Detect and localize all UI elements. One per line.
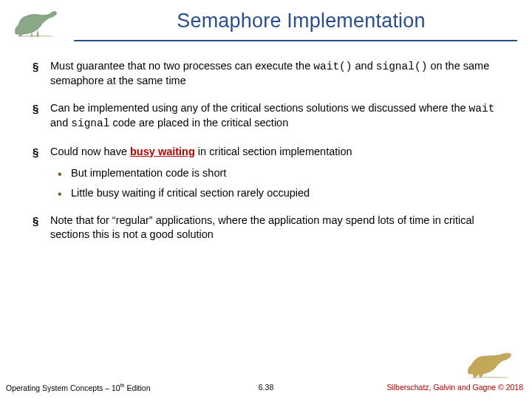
busy-waiting-term: busy waiting (130, 146, 195, 157)
bullet-item-1: Must guarantee that no two processes can… (28, 59, 502, 88)
code-signal: signal (71, 117, 109, 129)
code-wait: wait (469, 103, 495, 115)
footer-copyright: Silberschatz, Galvin and Gagne © 2018 (386, 383, 523, 392)
bullet-list: Must guarantee that no two processes can… (28, 59, 502, 242)
code-wait: wait() (313, 61, 352, 72)
bullet-item-3: Could now have busy waiting in critical … (28, 145, 502, 200)
text: in critical section implementation (195, 146, 352, 157)
code-signal: signal() (376, 61, 428, 72)
text: and (352, 60, 376, 72)
text: Must guarantee that no two processes can… (50, 60, 313, 72)
text: Operating System Concepts – 10 (6, 383, 120, 392)
dinosaur-logo-bottom (464, 349, 516, 380)
slide: Semaphore Implementation Must guarantee … (0, 0, 532, 399)
sub-bullet-2: Little busy waiting if critical section … (50, 186, 502, 200)
slide-body: Must guarantee that no two processes can… (0, 41, 532, 399)
slide-header: Semaphore Implementation (0, 0, 532, 37)
text: and (50, 117, 71, 129)
sub-bullet-1: But implementation code is short (50, 166, 502, 180)
dinosaur-icon (10, 7, 61, 37)
svg-point-0 (16, 35, 55, 38)
dinosaur-logo-top (0, 4, 70, 37)
bullet-item-2: Can be implemented using any of the crit… (28, 101, 502, 131)
dinosaur-icon (464, 349, 516, 378)
footer-page-number: 6.38 (259, 383, 273, 392)
footer-book-title: Operating System Concepts – 10th Edition (6, 383, 151, 392)
text: Can be implemented using any of the crit… (50, 102, 469, 114)
sub-bullet-list: But implementation code is short Little … (50, 166, 502, 200)
bullet-item-4: Note that for “regular” applications, wh… (28, 214, 502, 242)
text: Could now have (50, 146, 130, 157)
slide-title: Semaphore Implementation (70, 10, 532, 33)
text: code are placed in the critical section (109, 117, 288, 129)
text: Edition (125, 383, 151, 392)
slide-footer: Operating System Concepts – 10th Edition… (0, 383, 532, 392)
